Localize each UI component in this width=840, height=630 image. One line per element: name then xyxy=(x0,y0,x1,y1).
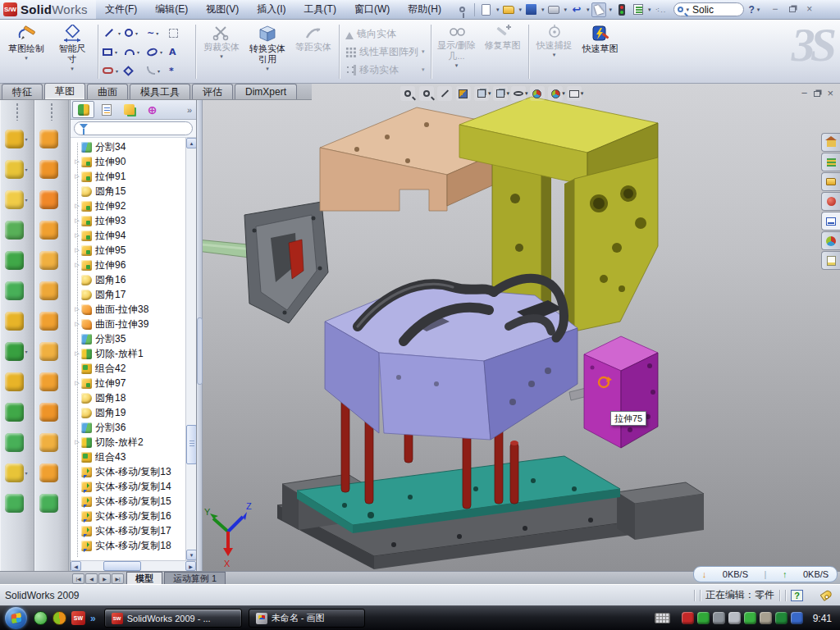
fillet-icon[interactable] xyxy=(5,190,24,209)
doc-close-button[interactable]: × xyxy=(827,87,833,99)
display-style-icon[interactable] xyxy=(493,86,508,101)
tab-property-manager[interactable] xyxy=(95,101,117,118)
start-button[interactable] xyxy=(5,607,27,629)
intersect-icon[interactable] xyxy=(5,403,24,422)
ribbon-tab[interactable]: 特征 xyxy=(2,84,43,99)
dome-icon[interactable] xyxy=(39,221,58,240)
app-launch-icon[interactable] xyxy=(52,611,66,625)
search-box[interactable]: ▾ Solic xyxy=(673,2,744,16)
ellipse-icon[interactable]: ▾ xyxy=(147,43,169,62)
tab-model[interactable]: 模型 xyxy=(126,572,162,584)
section-view-icon[interactable] xyxy=(456,86,471,101)
sketch-fillet-icon[interactable]: ▾ xyxy=(147,62,169,80)
smart-dimension-arrow[interactable]: ▾ xyxy=(71,66,74,72)
tree-item[interactable]: ▷ 组合43 xyxy=(73,450,185,464)
search-input[interactable]: Solic xyxy=(692,4,714,16)
volume-icon[interactable] xyxy=(728,612,741,624)
taskbar-window-button[interactable]: 未命名 - 画图 xyxy=(249,609,365,628)
boundary-boss-icon[interactable] xyxy=(39,372,58,391)
last-tab-button[interactable]: ▶| xyxy=(112,573,124,584)
input-method-icon[interactable] xyxy=(655,613,670,623)
shell-icon[interactable] xyxy=(5,494,24,513)
tree-item[interactable]: ▷ 圆角16 xyxy=(73,272,185,287)
expand-arrow-icon[interactable]: ▷ xyxy=(73,247,81,253)
tree-item[interactable]: ▷ 曲面-拉伸39 xyxy=(73,317,185,331)
rapid-sketch-button[interactable]: 快速草图 xyxy=(578,22,623,81)
tree-item[interactable]: ▷ 实体-移动/复制18 xyxy=(73,538,185,553)
save-arrow[interactable]: ▾ xyxy=(541,7,545,13)
hole-wizard-icon[interactable] xyxy=(5,312,24,331)
expand-arrow-icon[interactable]: ▷ xyxy=(73,217,81,224)
undo-arrow[interactable]: ▾ xyxy=(587,7,590,13)
ribbon-tab[interactable]: 评估 xyxy=(192,84,233,99)
next-tab-button[interactable]: ▶ xyxy=(98,573,111,584)
convert-entities-button[interactable]: 转换实体引用 ▾ xyxy=(244,22,290,81)
repair-sketch-button[interactable]: 修复草图 xyxy=(480,22,526,81)
slot-icon[interactable]: ▾ xyxy=(103,62,125,80)
flex-icon[interactable] xyxy=(39,403,58,422)
line-icon[interactable]: ▾ xyxy=(103,24,125,43)
quick-launch-chevron[interactable]: » xyxy=(90,613,96,624)
minimize-button[interactable]: − xyxy=(769,4,781,16)
scroll-down-button[interactable]: ▼ xyxy=(186,550,196,560)
options-arrow[interactable]: ▾ xyxy=(648,7,651,13)
pattern-arrow[interactable]: ▾ xyxy=(422,48,425,55)
restore-button[interactable] xyxy=(786,4,798,16)
menu-item[interactable]: 视图(V) xyxy=(197,0,248,19)
expand-arrow-icon[interactable]: ▷ xyxy=(73,439,81,445)
search-scope-arrow[interactable]: ▾ xyxy=(687,7,690,13)
wrap-icon[interactable] xyxy=(39,190,58,209)
task-pane-tab[interactable] xyxy=(821,192,840,211)
slide-block[interactable] xyxy=(244,202,328,323)
taskbar-window-button[interactable]: SW SolidWorks 2009 - ... xyxy=(104,609,242,628)
sketch-button[interactable]: 草图绘制 ▾ xyxy=(3,22,49,81)
menu-item[interactable]: 帮助(H) xyxy=(399,0,450,19)
tree-item[interactable]: ▷ 组合42 xyxy=(73,361,185,376)
defender-icon[interactable] xyxy=(775,612,788,624)
extruded-cut-icon[interactable] xyxy=(5,160,24,179)
ribbon-tab[interactable]: 模具工具 xyxy=(130,84,190,99)
pin-icon[interactable] xyxy=(455,2,470,17)
arc-icon[interactable]: ▾ xyxy=(125,43,147,62)
zoom-area-icon[interactable] xyxy=(419,86,434,101)
revolved-boss-icon[interactable] xyxy=(39,130,58,148)
new-document-arrow[interactable]: ▾ xyxy=(496,7,500,13)
thicken-icon[interactable] xyxy=(39,463,58,482)
toolbar-grip[interactable] xyxy=(50,103,53,121)
lofted-boss-icon[interactable] xyxy=(5,251,24,270)
mirror-feature-icon[interactable] xyxy=(39,251,58,270)
print-icon[interactable] xyxy=(546,2,561,17)
options-icon[interactable] xyxy=(631,2,646,17)
tree-item[interactable]: ▷ 实体-移动/复制17 xyxy=(73,523,185,538)
doc-restore-button[interactable] xyxy=(814,87,820,99)
tree-vertical-scrollbar[interactable]: ▲ ▼ xyxy=(185,138,196,560)
taskbar-clock[interactable]: 9:41 xyxy=(813,613,832,624)
menu-item[interactable]: 文件(F) xyxy=(96,0,146,19)
scrollbar-thumb[interactable] xyxy=(186,425,196,464)
expand-arrow-icon[interactable]: ▷ xyxy=(73,262,81,268)
scroll-up-button[interactable]: ▲ xyxy=(186,138,196,148)
task-pane-tab[interactable] xyxy=(821,231,840,250)
tree-item[interactable]: ▷ 圆角18 xyxy=(73,390,185,405)
tree-filter-input[interactable] xyxy=(74,121,193,135)
quick-snaps-button[interactable]: 快速捕捉 ▾ xyxy=(532,22,578,81)
model-3d-view[interactable]: Y Z X xyxy=(197,84,840,571)
apply-scene-icon[interactable] xyxy=(548,86,563,101)
rebuild-icon[interactable] xyxy=(614,2,629,17)
revolved-cut-icon[interactable] xyxy=(39,160,58,179)
circle-icon[interactable]: ▾ xyxy=(125,24,147,43)
view-orientation-icon[interactable] xyxy=(474,86,489,101)
delete-body-icon[interactable] xyxy=(39,433,58,452)
update-check-icon[interactable] xyxy=(713,612,725,624)
scrollbar-thumb[interactable] xyxy=(103,561,141,571)
tree-item[interactable]: ▷ 实体-移动/复制15 xyxy=(73,494,185,509)
pattern-icon[interactable] xyxy=(5,342,24,361)
expand-arrow-icon[interactable]: ▷ xyxy=(73,203,81,209)
zoom-fit-icon[interactable] xyxy=(400,86,415,101)
tab-configuration-manager[interactable] xyxy=(118,101,140,118)
selection-box-icon[interactable]: ▾ xyxy=(169,24,191,43)
polygon-icon[interactable]: ▾ xyxy=(125,62,147,80)
expand-arrow-icon[interactable]: ▷ xyxy=(73,306,81,313)
task-pane-tab[interactable] xyxy=(821,172,840,191)
reference-plane-icon[interactable] xyxy=(39,312,58,331)
